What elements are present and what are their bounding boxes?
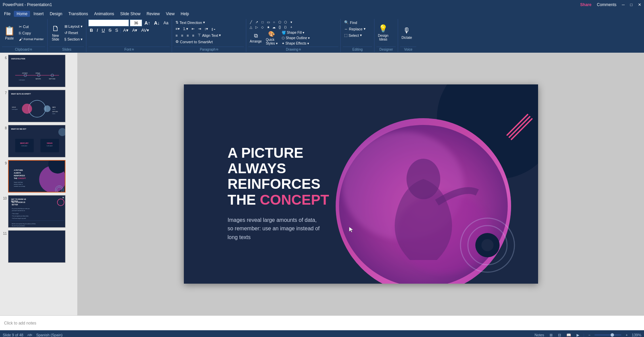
shape-rect2[interactable]: ▭ <box>265 20 271 24</box>
bullets-button[interactable]: ≡▾ <box>174 26 181 32</box>
highlight-button[interactable]: A▾ <box>131 27 139 33</box>
shadow-button[interactable]: S <box>114 27 119 33</box>
new-slide-button[interactable]: 🗋 New Slide <box>50 24 62 42</box>
char-spacing-button[interactable]: AV▾ <box>140 27 150 33</box>
notes-area[interactable]: Click to add notes <box>0 315 644 330</box>
cut-button[interactable]: ✂Cut <box>18 24 45 30</box>
font-size-input[interactable] <box>130 20 142 26</box>
notes-button[interactable]: Notes <box>533 333 545 337</box>
shape-cloud[interactable]: ☁ <box>271 25 277 29</box>
text-direction-button[interactable]: ⇅ Text Direction ▾ <box>174 20 206 25</box>
shape-brace[interactable]: ⟨⟩ <box>283 25 288 29</box>
justify-button[interactable]: ≡ <box>191 33 196 38</box>
shape-more[interactable]: ▾ <box>288 20 294 24</box>
menu-slideshow[interactable]: Slide Show <box>117 11 143 17</box>
font-expand[interactable]: ⧉ <box>132 48 134 51</box>
maximize-button[interactable]: □ <box>630 2 633 7</box>
menu-view[interactable]: View <box>163 11 177 17</box>
increase-indent-button[interactable]: ⇥ <box>197 26 202 32</box>
menu-help[interactable]: Help <box>178 11 192 17</box>
convert-smartart-button[interactable]: ⚙ Convert to SmartArt <box>174 39 214 45</box>
minimize-button[interactable]: ─ <box>622 2 625 7</box>
zoom-out-button[interactable]: − <box>587 333 592 337</box>
shape-fill-button[interactable]: 🪣 Shape Fill ▾ <box>280 30 311 35</box>
bold-button[interactable]: B <box>88 27 94 33</box>
shape-pentagon[interactable]: ⬠ <box>277 20 282 24</box>
align-text-button[interactable]: ⊤ Align Text ▾ <box>196 32 223 38</box>
clipboard-expand[interactable]: ⧉ <box>30 48 32 51</box>
copy-button[interactable]: ⎘Copy <box>18 30 45 36</box>
align-right-button[interactable]: ≡ <box>185 33 190 38</box>
align-center-button[interactable]: ≡ <box>180 33 185 38</box>
clipboard-label: Clipboard ⧉ <box>2 47 45 52</box>
align-left-button[interactable]: ≡ <box>174 33 179 38</box>
slide-number-9: 9 <box>2 161 7 165</box>
numbering-button[interactable]: 1.▾ <box>182 26 190 32</box>
format-painter-button[interactable]: 🖌Format Painter <box>18 36 45 42</box>
zoom-level[interactable]: 139% <box>632 333 641 337</box>
reset-button[interactable]: ↺ Reset <box>63 30 84 36</box>
shape-rect[interactable]: □ <box>260 20 265 24</box>
slide-thumb-9[interactable]: 9 A PICTURE ALWAYS REINFORCES THE CONCEP… <box>1 159 76 193</box>
decrease-font-button[interactable]: A↓ <box>152 20 161 26</box>
strikethrough-button[interactable]: S <box>107 27 113 33</box>
shape-diamond[interactable]: ◇ <box>260 25 265 29</box>
shape-triangle2[interactable]: ▷ <box>254 25 259 29</box>
shape-star[interactable]: ★ <box>265 25 271 29</box>
menu-transitions[interactable]: Transitions <box>66 11 91 17</box>
menu-animations[interactable]: Animations <box>91 11 117 17</box>
arrange-button[interactable]: ⧉ Arrange <box>248 32 263 44</box>
paste-button[interactable]: 📋 Paste <box>2 24 17 42</box>
slide-thumb-8[interactable]: 8 WHAT DO WE DO? MERCURY VENUS Lorem ips… <box>1 124 76 158</box>
shape-triangle[interactable]: △ <box>248 25 254 29</box>
zoom-in-button[interactable]: + <box>624 333 629 337</box>
slide-thumb-6[interactable]: 6 OUR EVOLUTION JUPITER VENUS SATURN NEP… <box>1 54 76 88</box>
dictate-button[interactable]: 🎙 Dictate <box>400 26 413 40</box>
reading-view-button[interactable]: 📖 <box>565 333 572 337</box>
comments-button[interactable]: Comments <box>597 2 616 7</box>
decrease-indent-button[interactable]: ⇤ <box>190 26 196 32</box>
shape-hexagon[interactable]: ⬡ <box>283 20 288 24</box>
svg-text:Lorem ipsum: Lorem ipsum <box>21 145 27 147</box>
menu-home[interactable]: Home <box>14 11 30 17</box>
share-button[interactable]: Share <box>580 2 591 7</box>
drawing-expand[interactable]: ⧉ <box>299 48 301 51</box>
slide-thumb-11[interactable]: 11 <box>1 230 76 263</box>
zoom-slider[interactable] <box>594 334 621 336</box>
menu-file[interactable]: File <box>1 11 13 17</box>
italic-button[interactable]: I <box>95 27 100 33</box>
paragraph-expand[interactable]: ⧉ <box>216 48 218 51</box>
close-button[interactable]: ✕ <box>638 2 641 7</box>
find-button[interactable]: 🔍 Find <box>343 20 358 25</box>
menu-insert[interactable]: Insert <box>31 11 46 17</box>
shape-oval[interactable]: ○ <box>271 20 277 24</box>
normal-view-button[interactable]: ⊞ <box>548 333 554 337</box>
line-spacing-button[interactable]: ↕▾ <box>203 26 210 32</box>
quick-styles-button[interactable]: 🎨 QuickStyles ▾ <box>264 30 279 46</box>
select-button[interactable]: ⬚ Select ▾ <box>343 32 363 38</box>
shape-arrow[interactable]: ↗ <box>254 20 259 24</box>
slide-close-10[interactable]: ✕ <box>62 196 64 199</box>
font-family-input[interactable] <box>88 20 129 26</box>
clear-format-button[interactable]: Aa <box>162 20 170 26</box>
slideshow-button[interactable]: ▶ <box>575 333 581 337</box>
slide-sorter-button[interactable]: ⊟ <box>557 333 562 337</box>
font-color-button[interactable]: A▾ <box>122 27 130 33</box>
menu-review[interactable]: Review <box>144 11 162 17</box>
slide-thumb-10[interactable]: 10 GET TO KNOW USBETTER GET TO KNOW US B… <box>1 195 76 228</box>
shape-bracket[interactable]: {} <box>277 25 282 29</box>
section-button[interactable]: § Section ▾ <box>63 36 84 42</box>
menu-design[interactable]: Design <box>47 11 65 17</box>
design-ideas-button[interactable]: 💡 Design Ideas <box>376 24 390 42</box>
shape-outline-button[interactable]: ⬡ Shape Outline ▾ <box>280 35 311 41</box>
shape-effects-button[interactable]: ✦ Shape Effects ▾ <box>280 41 311 46</box>
shape-plus[interactable]: + <box>288 25 294 29</box>
layout-button[interactable]: ⊞ Layout ▾ <box>63 24 84 29</box>
slide-thumb-7[interactable]: 7 WHAT SETS US APART? VENUS Lorem ipsum … <box>1 89 76 123</box>
underline-button[interactable]: U <box>100 27 106 33</box>
columns-button[interactable]: ⫿▾ <box>210 26 217 32</box>
slide-canvas[interactable]: A PICTURE ALWAYS REINFORCES THE CONCEPT … <box>184 84 538 284</box>
replace-button[interactable]: ↔ Replace ▾ <box>343 26 367 32</box>
increase-font-button[interactable]: A↑ <box>143 20 151 26</box>
shape-line[interactable]: ╱ <box>248 20 254 24</box>
